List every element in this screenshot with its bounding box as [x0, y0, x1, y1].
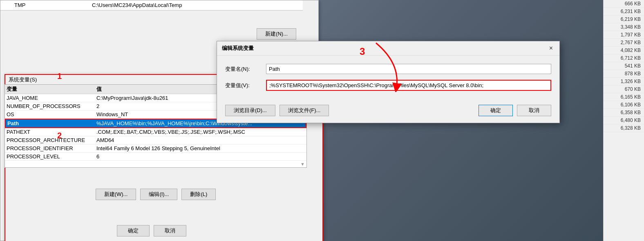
edit-button[interactable]: 编辑(I)...	[140, 189, 177, 200]
row-var: PROCESSOR_ARCHITECTURE	[7, 137, 96, 143]
delete-button[interactable]: 删除(L)	[181, 189, 216, 200]
row-var: PATHEXT	[7, 129, 96, 135]
tmp-var-value: C:\Users\MC234\AppData\Local\Temp	[92, 2, 301, 8]
dialog-content: 变量名(N): 变量值(V):	[217, 56, 559, 101]
row-var: JAVA_HOME	[7, 95, 96, 101]
annotation-3: 3	[360, 46, 365, 57]
edit-system-variable-dialog: 编辑系统变量 × 变量名(N): 变量值(V): 浏览目录(D)... 浏览文件…	[217, 41, 560, 123]
file-item: 666 KB	[604, 0, 644, 8]
row-val: 6	[96, 153, 305, 160]
browse-buttons-row: 浏览目录(D)... 浏览文件(F)... 确定 取消	[217, 101, 559, 123]
file-item: 541 KB	[604, 62, 644, 70]
browse-file-button[interactable]: 浏览文件(F)...	[280, 105, 329, 116]
var-value-input[interactable]	[266, 80, 551, 91]
top-area: TMP C:\Users\MC234\AppData\Local\Temp	[0, 0, 303, 11]
col-header-var: 变量	[7, 86, 96, 93]
file-list-panel: 666 KB 6,231 KB 6,219 KB 3,348 KB 1,797 …	[603, 0, 644, 241]
file-item: 6,219 KB	[604, 16, 644, 23]
table-row[interactable]: PROCESSOR_IDENTIFIER Intel64 Family 6 Mo…	[5, 144, 306, 153]
file-item: 6,165 KB	[604, 93, 644, 101]
tmp-var-name: TMP	[2, 2, 92, 8]
confirm-button[interactable]: 确定	[479, 105, 513, 116]
ok-button[interactable]: 确定	[117, 225, 150, 236]
new-top-button[interactable]: 新建(N)...	[257, 28, 296, 40]
file-item: 6,231 KB	[604, 8, 644, 16]
cancel-button[interactable]: 取消	[154, 225, 186, 236]
row-var: NUMBER_OF_PROCESSORS	[7, 103, 96, 109]
row-var: PROCESSOR_LEVEL	[7, 153, 96, 160]
file-item: 878 KB	[604, 70, 644, 78]
file-item: 6,328 KB	[604, 124, 644, 132]
var-value-row: 变量值(V):	[225, 80, 551, 91]
file-item: 6,480 KB	[604, 117, 644, 124]
dialog-title-bar: 编辑系统变量 ×	[217, 41, 559, 56]
table-row[interactable]: PROCESSOR_LEVEL 6	[5, 153, 306, 161]
file-item: 1,326 KB	[604, 78, 644, 86]
row-val: AMD64	[96, 137, 305, 143]
var-name-row: 变量名(N):	[225, 64, 551, 74]
annotation-2: 2	[57, 131, 62, 140]
file-item: 3,348 KB	[604, 23, 644, 31]
path-row-var: Path	[7, 120, 96, 126]
var-name-input[interactable]	[266, 64, 551, 74]
row-var: OS	[7, 111, 96, 117]
tmp-row: TMP C:\Users\MC234\AppData\Local\Temp	[0, 0, 303, 10]
var-value-label: 变量值(V):	[225, 82, 266, 89]
var-name-label: 变量名(N):	[225, 65, 266, 73]
row-var: PROCESSOR_IDENTIFIER	[7, 145, 96, 151]
action-buttons-area: 新建(W)... 编辑(I)... 删除(L)	[4, 189, 307, 200]
row-val: Intel64 Family 6 Model 126 Stepping 5, G…	[96, 145, 305, 151]
file-item: 2,767 KB	[604, 39, 644, 47]
dialog-title: 编辑系统变量	[222, 45, 254, 52]
file-item: 4,082 KB	[604, 47, 644, 54]
table-row[interactable]: PROCESSOR_ARCHITECTURE AMD64	[5, 136, 306, 144]
file-item: 1,797 KB	[604, 31, 644, 39]
browse-dir-button[interactable]: 浏览目录(D)...	[225, 105, 275, 116]
row-val: .COM;.EXE;.BAT;.CMD;.VBS;.VBE;.JS;.JSE;.…	[96, 129, 305, 135]
annotation-1: 1	[57, 72, 62, 81]
file-item: 6,712 KB	[604, 54, 644, 62]
new-w-button[interactable]: 新建(W)...	[96, 189, 136, 200]
file-item: 6,358 KB	[604, 109, 644, 117]
dialog-cancel-button[interactable]: 取消	[517, 105, 551, 116]
table-row[interactable]: PATHEXT .COM;.EXE;.BAT;.CMD;.VBS;.VBE;.J…	[5, 128, 306, 136]
file-item: 6,106 KB	[604, 101, 644, 109]
close-button[interactable]: ×	[548, 45, 555, 52]
file-item: 670 KB	[604, 86, 644, 93]
ok-cancel-area: 确定 取消	[0, 225, 303, 236]
